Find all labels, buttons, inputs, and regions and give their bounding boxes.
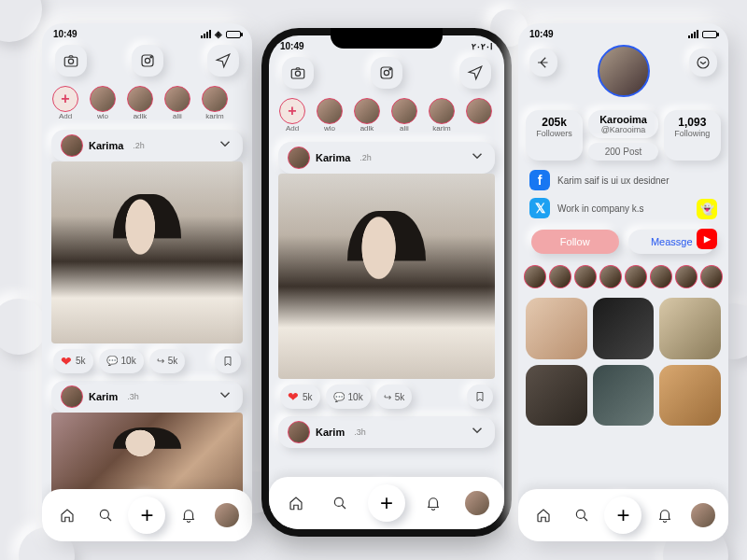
post-author[interactable]: Karima <box>89 140 123 151</box>
nav-profile[interactable] <box>461 487 493 519</box>
post-menu-button[interactable] <box>217 386 233 407</box>
post-time: .2h <box>359 153 372 162</box>
highlight-item[interactable] <box>625 265 647 288</box>
plus-icon: + <box>380 490 393 516</box>
send-button[interactable] <box>207 45 239 77</box>
story-item[interactable]: wlo <box>314 98 345 133</box>
search-icon <box>331 495 348 511</box>
post-author[interactable]: Karima <box>316 152 350 163</box>
phone-mockup: 10:49 ا٢٠٢٠ Add wlo adlk alii karim Kari… <box>261 28 512 537</box>
highlight-item[interactable] <box>700 265 723 288</box>
comment-count: 10k <box>121 356 136 366</box>
post-image[interactable] <box>51 413 243 498</box>
story-item[interactable]: karim <box>426 98 458 133</box>
nav-add[interactable]: + <box>128 497 165 534</box>
camera-icon <box>63 52 79 69</box>
highlight-item[interactable] <box>574 265 597 288</box>
nav-add[interactable]: + <box>604 497 641 534</box>
comment-button[interactable]: 💬10k <box>99 349 144 373</box>
grid-post[interactable] <box>593 365 655 427</box>
bottom-nav: + <box>518 489 728 541</box>
nav-home[interactable] <box>280 487 312 519</box>
bookmark-button[interactable] <box>215 349 241 373</box>
nav-activity[interactable] <box>173 499 204 531</box>
followers-stat[interactable]: 205kFollowers <box>526 110 583 161</box>
profile-avatar[interactable] <box>598 45 650 97</box>
post-author[interactable]: Karim <box>89 391 118 402</box>
highlight-item[interactable] <box>675 265 698 288</box>
story-item[interactable]: karim <box>199 86 231 120</box>
logo-button[interactable] <box>371 57 402 89</box>
share-button[interactable]: ↪5k <box>149 349 186 373</box>
post-author[interactable]: Karim <box>316 427 345 438</box>
post-image[interactable] <box>278 174 495 379</box>
grid-post[interactable] <box>526 365 587 427</box>
story-label: alii <box>173 112 182 120</box>
story-label: adlk <box>134 112 148 120</box>
camera-button[interactable] <box>55 45 87 77</box>
search-icon <box>97 507 114 524</box>
highlight-item[interactable] <box>650 265 672 288</box>
logo-button[interactable] <box>132 45 163 77</box>
svg-point-1 <box>68 59 73 63</box>
nav-search[interactable] <box>90 499 121 531</box>
nav-profile[interactable] <box>211 499 243 531</box>
camera-icon <box>289 64 306 81</box>
phone-notch <box>331 28 443 49</box>
youtube-icon[interactable] <box>697 229 717 249</box>
snapchat-icon[interactable] <box>697 199 717 219</box>
nav-activity[interactable] <box>417 487 449 519</box>
highlight-item[interactable] <box>549 265 571 288</box>
story-item[interactable]: alii <box>388 98 420 133</box>
share-button[interactable]: ↪5k <box>376 385 413 409</box>
grid-post[interactable] <box>593 298 655 359</box>
story-item[interactable]: adlk <box>124 86 156 120</box>
like-button[interactable]: ❤5k <box>53 349 93 373</box>
nav-search[interactable] <box>566 499 598 531</box>
back-button[interactable] <box>529 49 557 77</box>
post-menu-button[interactable] <box>469 422 486 442</box>
post-avatar[interactable] <box>288 147 310 169</box>
profile-name: Karooima <box>592 114 655 125</box>
story-item[interactable] <box>463 98 495 133</box>
post-avatar[interactable] <box>61 385 83 408</box>
post-avatar[interactable] <box>288 421 310 443</box>
send-button[interactable] <box>459 57 491 89</box>
grid-post[interactable] <box>659 298 721 359</box>
story-label: karim <box>205 112 224 120</box>
camera-button[interactable] <box>282 57 314 89</box>
follow-button[interactable]: Follow <box>531 230 619 254</box>
nav-add[interactable]: + <box>368 484 405 522</box>
story-item[interactable]: wlo <box>87 86 119 120</box>
like-button[interactable]: ❤5k <box>280 385 320 409</box>
post-image[interactable] <box>51 161 243 343</box>
more-button[interactable] <box>689 49 717 77</box>
highlight-item[interactable] <box>524 265 546 288</box>
facebook-icon[interactable]: f <box>529 170 550 190</box>
grid-post[interactable] <box>659 365 721 427</box>
grid-post[interactable] <box>526 298 587 359</box>
nav-search[interactable] <box>324 487 356 519</box>
story-item[interactable]: alii <box>162 86 193 120</box>
post-menu-button[interactable] <box>217 135 233 156</box>
story-item[interactable]: adlk <box>351 98 383 133</box>
story-add[interactable]: Add <box>276 98 308 133</box>
twitter-icon[interactable]: 𝕏 <box>529 198 550 218</box>
following-stat[interactable]: 1,093Following <box>664 110 721 161</box>
posts-stat[interactable]: 200 Post <box>588 143 658 161</box>
nav-activity[interactable] <box>649 499 681 531</box>
highlights-row <box>518 261 728 292</box>
nav-profile[interactable] <box>687 499 719 531</box>
svg-point-7 <box>295 71 300 76</box>
plus-icon: + <box>616 502 629 528</box>
highlight-item[interactable] <box>599 265 622 288</box>
feed-screen-center: 10:49 ا٢٠٢٠ Add wlo adlk alii karim Kari… <box>269 35 504 529</box>
bookmark-button[interactable] <box>467 385 493 409</box>
nav-home[interactable] <box>51 499 83 531</box>
comment-button[interactable]: 💬10k <box>326 385 371 409</box>
post-avatar[interactable] <box>61 134 83 157</box>
nav-home[interactable] <box>528 499 559 531</box>
home-icon <box>535 507 552 524</box>
story-add[interactable]: Add <box>49 86 81 120</box>
post-menu-button[interactable] <box>469 147 486 168</box>
